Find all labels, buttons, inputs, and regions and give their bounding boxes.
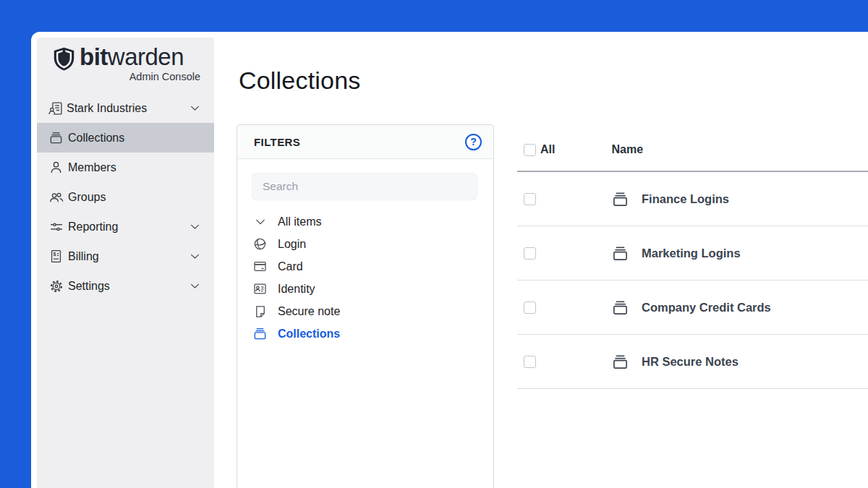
page-title: Collections — [239, 67, 361, 95]
collection-icon — [611, 299, 629, 316]
id-card-icon — [252, 281, 268, 296]
svg-text:$: $ — [54, 252, 56, 257]
organization-icon — [48, 100, 63, 116]
filter-item-identity[interactable]: Identity — [237, 278, 493, 300]
collection-icon — [611, 354, 629, 370]
collection-name-link[interactable]: Company Credit Cards — [642, 301, 771, 314]
org-switcher[interactable]: Stark Industries — [37, 97, 214, 119]
sidebar-item-label: Settings — [68, 280, 189, 293]
row-checkbox[interactable] — [524, 247, 536, 260]
filter-item-label: Login — [278, 238, 306, 251]
filters-title: FILTERS — [254, 136, 300, 148]
help-icon[interactable]: ? — [465, 134, 482, 150]
bitwarden-logo: bitwarden Admin Console — [37, 38, 214, 90]
name-column-header: Name — [611, 143, 643, 156]
collection-name-link[interactable]: HR Secure Notes — [642, 355, 739, 369]
filter-item-label: Identity — [278, 283, 315, 296]
sidebar-item-label: Billing — [68, 250, 189, 263]
row-checkbox[interactable] — [524, 193, 536, 205]
filter-item-all-items[interactable]: All items — [237, 210, 493, 233]
globe-icon — [252, 236, 268, 252]
sidebar-item-billing[interactable]: $ Billing — [37, 241, 214, 271]
app-window: bitwarden Admin Console Stark Industries — [31, 32, 868, 488]
collection-icon — [48, 130, 64, 145]
sidebar-nav: Collections Members — [37, 123, 214, 301]
sidebar-item-groups[interactable]: Groups — [37, 182, 214, 212]
row-checkbox[interactable] — [524, 356, 536, 368]
filter-item-label: Secure note — [278, 305, 340, 318]
table-row[interactable]: HR Secure Notes — [517, 335, 868, 389]
brand-subtitle: Admin Console — [129, 71, 200, 82]
row-checkbox[interactable] — [524, 301, 536, 314]
collection-name-link[interactable]: Finance Logins — [642, 192, 729, 206]
card-icon — [252, 259, 268, 274]
chevron-down-icon — [189, 280, 201, 292]
sliders-icon — [48, 219, 64, 234]
filter-item-label: Card — [278, 260, 303, 273]
sidebar: bitwarden Admin Console Stark Industries — [37, 38, 214, 488]
sidebar-item-reporting[interactable]: Reporting — [37, 212, 214, 241]
table-row[interactable]: Finance Logins — [517, 172, 868, 226]
table-header-row: All Name — [517, 129, 868, 172]
main-content: Collections FILTERS ? All items — [214, 32, 868, 488]
table-row[interactable]: Marketing Logins — [517, 226, 868, 281]
filter-list: All items Login — [237, 210, 493, 345]
select-all-label: All — [540, 143, 555, 156]
collection-icon — [611, 191, 629, 207]
filter-item-card[interactable]: Card — [237, 255, 493, 278]
collections-table: All Name Finance Logins — [517, 129, 868, 389]
chevron-down-icon — [189, 250, 201, 262]
invoice-icon: $ — [48, 249, 64, 264]
chevron-down-icon — [189, 102, 201, 114]
collection-icon — [252, 326, 268, 341]
filter-item-collections[interactable]: Collections — [237, 322, 493, 345]
sidebar-item-label: Members — [68, 161, 201, 174]
filter-item-label: All items — [278, 215, 321, 228]
note-icon — [252, 304, 268, 319]
chevron-down-icon — [189, 221, 201, 233]
filter-item-label: Collections — [278, 328, 340, 341]
sidebar-item-settings[interactable]: Settings — [37, 271, 214, 301]
search-input[interactable] — [252, 173, 477, 200]
table-row[interactable]: Company Credit Cards — [517, 281, 868, 335]
org-switcher-label: Stark Industries — [67, 102, 189, 115]
chevron-down-icon — [252, 214, 268, 229]
select-all-checkbox[interactable] — [524, 144, 536, 156]
filters-panel: FILTERS ? All items — [237, 124, 494, 488]
users-icon — [48, 189, 64, 205]
filter-item-secure-note[interactable]: Secure note — [237, 300, 493, 322]
collection-icon — [611, 245, 629, 262]
sidebar-item-label: Reporting — [68, 221, 189, 234]
user-icon — [48, 160, 64, 175]
sidebar-item-members[interactable]: Members — [37, 153, 214, 182]
filter-item-login[interactable]: Login — [237, 233, 493, 255]
sidebar-item-collections[interactable]: Collections — [37, 123, 214, 153]
collection-name-link[interactable]: Marketing Logins — [642, 247, 741, 260]
shield-logo-icon — [52, 44, 76, 74]
filters-header: FILTERS ? — [237, 125, 493, 159]
sidebar-item-label: Collections — [68, 132, 201, 145]
sidebar-item-label: Groups — [68, 191, 201, 204]
brand-name: bitwarden — [80, 43, 184, 71]
gear-icon — [48, 278, 64, 294]
desktop-background: bitwarden Admin Console Stark Industries — [0, 0, 868, 488]
